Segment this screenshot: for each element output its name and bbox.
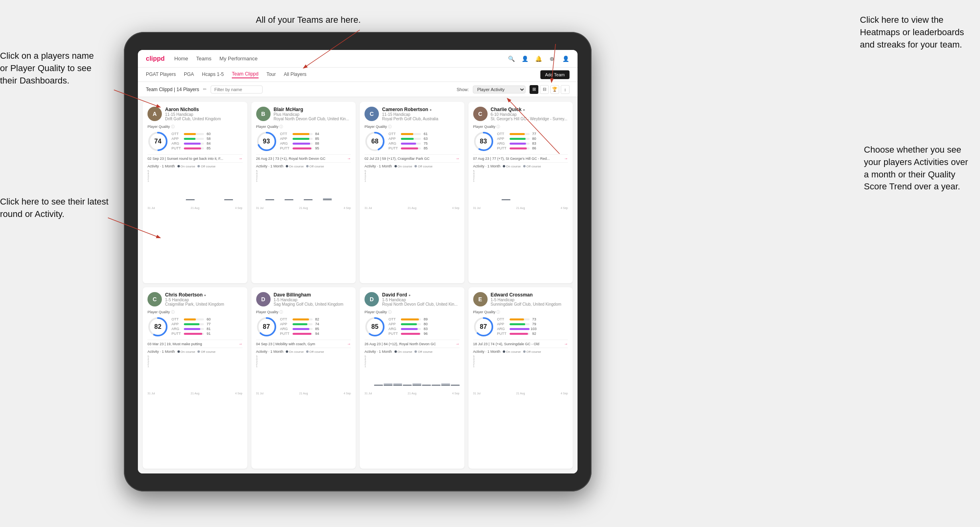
player-name[interactable]: Dave Billingham [274,292,351,298]
off-course-label: Off course [526,350,541,354]
off-course-legend[interactable]: Off course [523,350,541,354]
player-name[interactable]: Chris Robertson ● [165,292,243,298]
tab-pga[interactable]: PGA [184,72,194,78]
player-card[interactable]: E Edward Crossman 1-5 Handicap Sunningda… [468,287,573,469]
nav-home[interactable]: Home [174,56,188,62]
bell-icon[interactable]: 🔔 [534,55,542,63]
quality-circle[interactable]: 87 [473,316,494,337]
stat-row: PUTT 91 [171,332,243,336]
chart-date: 21 Aug [516,392,525,395]
chart-x-labels: 31 Jul21 Aug4 Sep [147,207,243,209]
player-card[interactable]: C Chris Robertson ● 1-5 Handicap Craigmi… [143,287,247,469]
quality-label: Player Quality ⓘ [473,310,568,315]
player-name[interactable]: David Ford ● [382,292,460,298]
off-course-legend[interactable]: Off course [306,350,324,354]
show-select[interactable]: Player Activity Quality Score Trend [473,86,526,93]
latest-round-arrow[interactable]: → [239,342,243,346]
search-input[interactable] [211,86,263,93]
on-course-legend[interactable]: On course [503,350,521,354]
off-course-legend[interactable]: Off course [306,165,324,168]
quality-circle[interactable]: 87 [256,316,277,337]
on-course-legend[interactable]: On course [286,165,304,168]
quality-circle[interactable]: 68 [365,131,385,152]
quality-circle[interactable]: 74 [147,131,168,152]
player-info: Aaron Nicholls 11-15 Handicap Drift Golf… [165,107,243,121]
stat-row: ARG 83 [497,141,568,145]
quality-number: 87 [263,323,270,330]
latest-round-arrow[interactable]: → [456,156,460,161]
tab-pgat[interactable]: PGAT Players [146,72,176,78]
player-card[interactable]: B Blair McHarg Plus Handicap Royal North… [251,102,356,283]
add-team-button[interactable]: Add Team [540,70,570,79]
app-logo[interactable]: clippd [146,55,165,62]
player-card[interactable]: A Aaron Nicholls 11-15 Handicap Drift Go… [143,102,247,283]
player-card[interactable]: D David Ford ● 1-5 Handicap Royal North … [360,287,464,469]
settings-icon[interactable]: ⊕ [548,55,556,63]
latest-round-arrow[interactable]: → [347,342,351,346]
latest-round-arrow[interactable]: → [456,342,460,346]
tab-tour[interactable]: Tour [267,72,276,78]
quality-circle[interactable]: 85 [365,316,385,337]
quality-circle[interactable]: 93 [256,131,277,152]
player-name[interactable]: Cameron Robertson ● [382,107,460,112]
latest-round[interactable]: 26 Aug 23 | 84 (+12), Royal North Devon … [365,340,460,348]
latest-round-arrow[interactable]: → [564,156,568,161]
chart-date: 4 Sep [561,207,568,209]
chart-date: 31 Jul [256,207,264,209]
player-name[interactable]: Blair McHarg [274,107,351,112]
latest-round[interactable]: 02 Sep 23 | Sunset round to get back int… [147,154,243,163]
on-course-legend[interactable]: On course [286,350,304,354]
player-name[interactable]: Aaron Nicholls [165,107,243,112]
on-course-dot [503,165,505,167]
quality-circle[interactable]: 83 [473,131,494,152]
activity-title: Activity · 1 Month [365,164,392,168]
latest-round[interactable]: 07 Aug 23 | 77 (+7), St George's Hill GC… [473,154,568,163]
player-header: E Edward Crossman 1-5 Handicap Sunningda… [473,292,568,306]
player-header: D Dave Billingham 1-5 Handicap Sag Magin… [256,292,351,306]
quality-section: 85 OTT 89 APP 80 ARG 83 PUTT [365,316,460,337]
player-avatar: C [365,107,379,121]
on-course-legend[interactable]: On course [177,165,195,168]
off-course-legend[interactable]: Off course [197,350,215,354]
latest-round[interactable]: 03 Mar 23 | 19, Must make putting → [147,340,243,348]
player-name[interactable]: Edward Crossman [491,292,568,298]
off-course-legend[interactable]: Off course [523,165,541,168]
trophy-icon[interactable]: 🏆 [550,85,559,94]
profile-icon[interactable]: 👤 [521,55,529,63]
edit-icon[interactable]: ✏ [203,87,207,92]
tab-all-players[interactable]: All Players [284,72,307,78]
on-course-legend[interactable]: On course [394,165,412,168]
tab-hcaps[interactable]: Hcaps 1-5 [202,72,224,78]
player-name[interactable]: Charlie Quick ● [491,107,568,112]
player-card[interactable]: C Cameron Robertson ● 11-15 Handicap Roy… [360,102,464,283]
latest-round[interactable]: 26 Aug 23 | 73 (+1), Royal North Devon G… [256,154,351,163]
latest-round-arrow[interactable]: → [347,156,351,161]
off-course-legend[interactable]: Off course [414,165,432,168]
on-course-legend[interactable]: On course [177,350,195,354]
list-view-icon[interactable]: ⊟ [540,85,549,94]
nav-teams[interactable]: Teams [196,56,211,62]
latest-round[interactable]: 18 Jul 23 | 74 (+4), Sunningdale GC - Ol… [473,340,568,348]
sort-icon[interactable]: ↕ [561,85,570,94]
account-icon[interactable]: 👤 [562,55,570,63]
tab-team-clippd[interactable]: Team Clippd [232,71,259,78]
stat-bar-fill [401,318,419,320]
quality-circle[interactable]: 82 [147,316,168,337]
stat-bar-bg [401,323,421,325]
latest-round-arrow[interactable]: → [239,156,243,161]
player-card[interactable]: C Charlie Quick ● 6-10 Handicap St. Geor… [468,102,573,283]
player-card[interactable]: D Dave Billingham 1-5 Handicap Sag Magin… [251,287,356,469]
search-icon[interactable]: 🔍 [507,55,515,63]
on-course-legend[interactable]: On course [394,350,412,354]
off-course-legend[interactable]: Off course [414,350,432,354]
player-handicap: 1-5 Handicap [491,298,568,302]
latest-round[interactable]: 04 Sep 23 | Mobility with coach, Gym → [256,340,351,348]
stat-bar-fill [510,323,526,325]
quality-label: Player Quality ⓘ [365,310,460,315]
on-course-legend[interactable]: On course [503,165,521,168]
grid-view-icon[interactable]: ⊞ [530,85,538,94]
off-course-legend[interactable]: Off course [197,165,215,168]
latest-round-arrow[interactable]: → [564,342,568,346]
nav-performance[interactable]: My Performance [219,56,257,62]
latest-round[interactable]: 02 Jul 23 | 59 (+17), Craigmillar Park G… [365,154,460,163]
